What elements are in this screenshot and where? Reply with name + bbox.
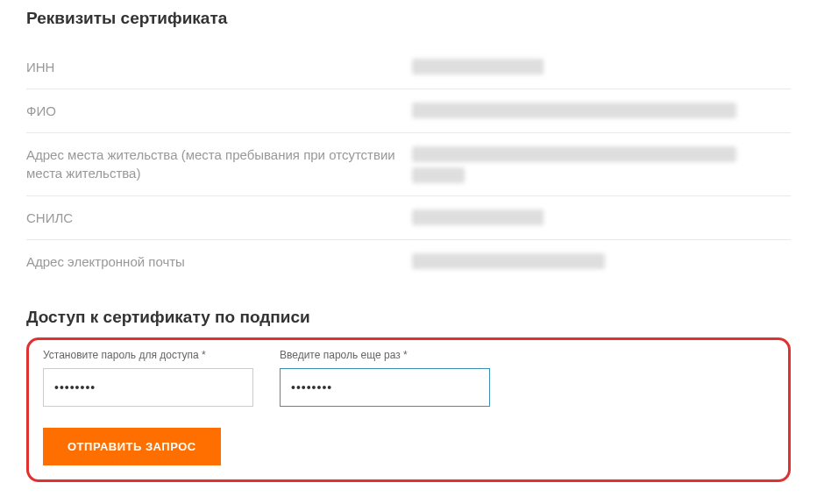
password2-label: Введите пароль еще раз *: [280, 349, 490, 361]
password-form-highlight: Установите пароль для доступа * Введите …: [26, 337, 791, 482]
detail-row-snils: СНИЛС x: [26, 196, 791, 240]
blurred-value: x: [412, 59, 543, 75]
blurred-value: x: [412, 209, 543, 225]
certificate-details-title: Реквизиты сертификата: [26, 9, 791, 28]
detail-row-email: Адрес электронной почты x: [26, 240, 791, 283]
detail-value: x x: [412, 146, 791, 183]
submit-request-button[interactable]: ОТПРАВИТЬ ЗАПРОС: [43, 428, 221, 465]
detail-label: СНИЛС: [26, 209, 412, 227]
detail-value: x: [412, 252, 791, 271]
password1-label: Установите пароль для доступа *: [43, 349, 253, 361]
detail-label: Адрес места жительства (места пребывания…: [26, 146, 412, 183]
blurred-value: x: [412, 103, 736, 118]
password2-input[interactable]: [280, 368, 490, 407]
blurred-value: x: [412, 146, 736, 162]
detail-value: x: [412, 102, 791, 120]
detail-label: ИНН: [26, 58, 412, 76]
password-group-1: Установите пароль для доступа *: [43, 349, 253, 407]
password-group-2: Введите пароль еще раз *: [280, 349, 490, 407]
blurred-value: x: [412, 253, 605, 269]
blurred-value: x: [412, 167, 465, 183]
detail-value: x: [412, 209, 791, 227]
detail-label: Адрес электронной почты: [26, 252, 412, 271]
detail-value: x: [412, 58, 791, 76]
detail-row-inn: ИНН x: [26, 46, 791, 89]
detail-label: ФИО: [26, 102, 412, 120]
detail-row-address: Адрес места жительства (места пребывания…: [26, 133, 791, 196]
certificate-access-title: Доступ к сертификату по подписи: [26, 308, 791, 327]
detail-row-fio: ФИО x: [26, 89, 791, 133]
password1-input[interactable]: [43, 368, 253, 407]
